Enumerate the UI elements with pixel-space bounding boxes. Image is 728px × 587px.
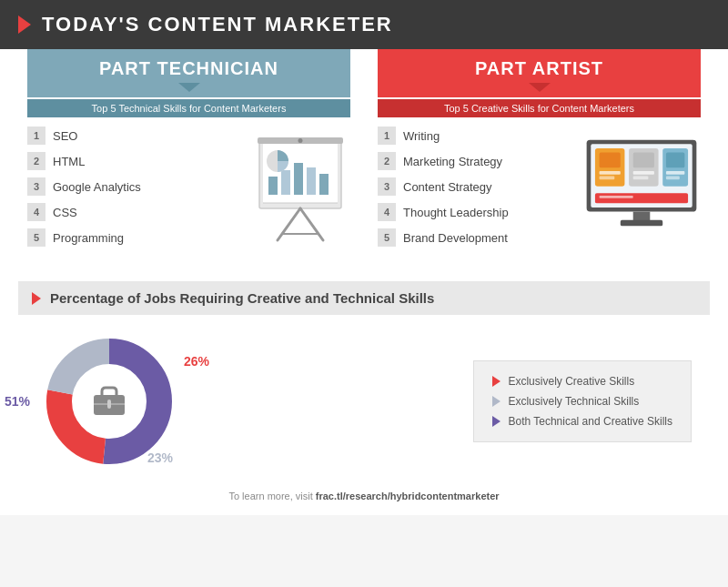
skill-label: Marketing Strategy [403,155,502,168]
chart-label-purple: 51% [5,394,30,409]
list-item: 5 Brand Development [378,228,573,247]
technician-title: PART TECHNICIAN [27,58,350,79]
list-item: 1 Writing [378,127,573,145]
svg-rect-18 [600,171,621,175]
skill-label: SEO [53,129,77,143]
skill-number: 4 [378,203,396,221]
svg-rect-27 [666,177,680,180]
skill-number: 5 [27,228,46,247]
skill-number: 3 [27,177,46,196]
artist-title: PART ARTIST [378,58,701,79]
list-item: 4 CSS [27,203,241,221]
artist-column: PART ARTIST Top 5 Creative Skills for Co… [364,49,710,263]
percentage-title: Percentage of Jobs Requiring Creative an… [50,290,434,306]
skill-label: CSS [53,206,77,219]
svg-rect-21 [633,153,654,168]
legend-blue-arrow-icon [492,396,500,407]
legend-item-creative: Exclusively Creative Skills [492,375,672,388]
list-item: 1 SEO [27,127,241,145]
svg-rect-6 [319,174,329,195]
footer: To learn more, visit frac.tl/research/hy… [18,491,710,506]
skill-number: 4 [27,203,46,221]
chart-area: 51% 26% 23% Exc [18,319,710,483]
list-item: 2 HTML [27,152,241,170]
artist-skills-list: 1 Writing 2 Marketing Strategy 3 Content… [378,127,573,254]
skill-label: Programming [53,231,124,245]
skill-number: 2 [27,152,46,170]
svg-rect-26 [666,171,684,175]
svg-rect-29 [600,196,633,198]
skill-label: Thought Leadership [403,206,509,219]
skill-number: 5 [378,228,396,247]
chart-legend: Exclusively Creative Skills Exclusively … [473,360,692,442]
page-title: TODAY'S CONTENT MARKETER [42,13,393,36]
svg-rect-25 [666,153,684,168]
skill-label: HTML [53,155,85,168]
skill-label: Writing [403,129,440,143]
artist-header: PART ARTIST [378,49,701,97]
artist-subtitle: Top 5 Creative Skills for Content Market… [378,99,701,117]
svg-rect-17 [600,153,621,168]
legend-red-arrow-icon [492,376,500,387]
legend-technical-label: Exclusively Technical Skills [508,395,639,408]
skill-number: 2 [378,152,396,170]
technician-subtitle: Top 5 Technical Skills for Content Marke… [27,99,350,117]
percentage-arrow-icon [32,292,41,305]
footer-text: To learn more, visit [228,491,315,501]
svg-rect-5 [307,167,316,195]
skill-label: Content Strategy [403,180,492,194]
svg-line-10 [300,208,323,240]
svg-rect-22 [633,171,654,175]
list-item: 4 Thought Leadership [378,203,573,221]
svg-point-13 [298,138,303,143]
page-header: TODAY'S CONTENT MARKETER [0,0,728,49]
technician-skills-container: 1 SEO 2 HTML 3 Google Analytics 4 CSS [27,127,350,254]
donut-chart: 51% 26% 23% [36,329,182,474]
main-content: PART TECHNICIAN Top 5 Technical Skills f… [0,49,728,281]
chart-label-blue: 23% [147,450,173,465]
svg-rect-38 [107,400,111,409]
skill-number: 1 [27,127,46,145]
list-item: 2 Marketing Strategy [378,152,573,170]
skill-label: Brand Development [403,231,508,245]
artist-skills-container: 1 Writing 2 Marketing Strategy 3 Content… [378,127,701,254]
header-arrow-icon [18,15,31,34]
skill-number: 3 [378,177,396,196]
svg-rect-2 [268,177,278,195]
legend-item-both: Both Technical and Creative Skills [492,415,672,428]
top-columns: PART TECHNICIAN Top 5 Technical Skills f… [18,49,710,263]
chart-label-red: 26% [184,354,209,369]
legend-both-label: Both Technical and Creative Skills [508,415,672,428]
svg-rect-31 [621,220,662,226]
legend-item-technical: Exclusively Technical Skills [492,395,672,408]
monitor-illustration [582,136,701,236]
skill-number: 1 [378,127,396,145]
list-item: 3 Google Analytics [27,177,241,196]
technician-column: PART TECHNICIAN Top 5 Technical Skills f… [18,49,364,263]
technician-skills-list: 1 SEO 2 HTML 3 Google Analytics 4 CSS [27,127,241,254]
footer-link: frac.tl/research/hybridcontentmarketer [316,491,500,501]
svg-rect-4 [294,163,303,195]
svg-rect-19 [600,177,615,180]
bottom-section: Percentage of Jobs Requiring Creative an… [0,281,728,515]
list-item: 3 Content Strategy [378,177,573,196]
legend-creative-label: Exclusively Creative Skills [508,375,634,388]
technician-header: PART TECHNICIAN [27,49,350,97]
svg-line-9 [278,208,300,240]
svg-rect-23 [633,177,649,180]
presentation-board-illustration [250,136,350,236]
list-item: 5 Programming [27,228,241,247]
percentage-header: Percentage of Jobs Requiring Creative an… [18,281,710,315]
legend-purple-arrow-icon [492,416,500,427]
skill-label: Google Analytics [53,180,141,194]
svg-rect-3 [281,170,290,195]
